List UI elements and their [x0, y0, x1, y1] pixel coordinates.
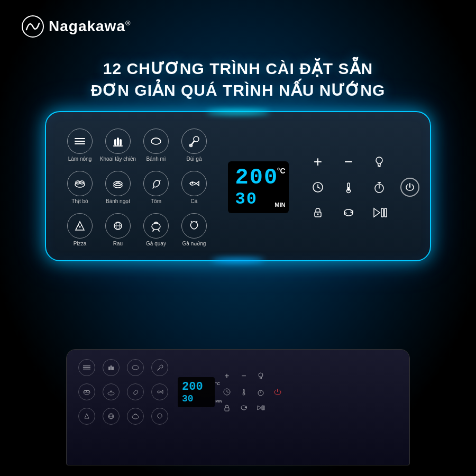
- svg-rect-73: [263, 406, 264, 410]
- svg-rect-1: [75, 138, 85, 139]
- icon-drumstick[interactable]: Đùi gà: [175, 124, 213, 166]
- rotate-button[interactable]: [339, 203, 358, 222]
- icon-fries-label: Khoai tây chiên: [100, 156, 136, 162]
- controls-row-2: [308, 178, 419, 197]
- icon-bread[interactable]: Bánh mì: [137, 124, 175, 166]
- plus-button[interactable]: +: [308, 152, 327, 171]
- svg-rect-45: [83, 365, 90, 367]
- icon-vegetables[interactable]: Rau: [99, 208, 137, 251]
- s-icon-2: [103, 359, 120, 376]
- svg-point-60: [132, 415, 139, 419]
- heading-line1: 12 CHƯƠNG TRÌNH CÀI ĐẶT SẴN: [0, 58, 476, 80]
- panel-wrapper: Làm nóng Khoai tây chiên Bánh mì Đùi gà: [45, 111, 431, 261]
- svg-rect-50: [112, 367, 114, 370]
- svg-rect-5: [117, 138, 119, 145]
- small-lcd-time: 30: [182, 393, 210, 404]
- timer-button[interactable]: [370, 178, 389, 197]
- play-pause-button[interactable]: [370, 203, 389, 222]
- icon-cake[interactable]: Bánh ngọt: [99, 166, 137, 208]
- s-plus: +: [221, 370, 233, 382]
- lock-button[interactable]: [308, 203, 327, 222]
- svg-rect-66: [243, 389, 244, 393]
- icon-drumstick-circle: [181, 129, 207, 154]
- svg-rect-7: [113, 145, 123, 147]
- svg-point-57: [108, 392, 114, 395]
- s-icon-9: [78, 408, 95, 425]
- small-icons-grid: [75, 356, 171, 428]
- icon-roast-chicken[interactable]: Gà quay: [137, 208, 175, 251]
- s-icon-1: [78, 359, 95, 376]
- food-icons-grid: Làm nóng Khoai tây chiên Bánh mì Đùi gà: [61, 124, 213, 251]
- svg-rect-72: [262, 406, 263, 410]
- svg-rect-70: [225, 408, 229, 411]
- svg-rect-48: [108, 367, 110, 370]
- s-clock: [221, 386, 233, 398]
- s-lock: [221, 402, 233, 414]
- svg-marker-42: [374, 208, 380, 217]
- svg-line-31: [318, 187, 320, 188]
- s-rotate: [238, 402, 250, 414]
- icon-vegetables-label: Rau: [113, 241, 123, 246]
- small-controls: + −: [221, 370, 283, 414]
- controls-row-3: [308, 203, 419, 222]
- icon-grilled-chicken-circle: [181, 213, 207, 239]
- clock-button[interactable]: [308, 178, 327, 197]
- small-appliance: 200 30 °C MIN + −: [66, 349, 410, 465]
- svg-point-26: [376, 157, 382, 163]
- s-icon-7: [127, 383, 144, 400]
- svg-point-17: [192, 182, 194, 184]
- control-panel: Làm nóng Khoai tây chiên Bánh mì Đùi gà: [45, 111, 431, 261]
- svg-point-41: [317, 214, 319, 215]
- brand-name: Nagakawa: [49, 18, 125, 35]
- appliance-area: 200 30 °C MIN + −: [53, 307, 423, 476]
- icon-fries[interactable]: Khoai tây chiên: [99, 124, 137, 166]
- icon-beef[interactable]: Thịt bò: [61, 166, 99, 208]
- icon-reheat[interactable]: Làm nóng: [61, 124, 99, 166]
- icon-grilled-chicken-label: Gà nướng: [182, 241, 206, 246]
- small-ctrl-row-3: [221, 402, 283, 414]
- small-min: MIN: [215, 399, 222, 403]
- svg-rect-6: [120, 139, 122, 145]
- small-ctrl-row-2: [221, 386, 283, 398]
- icon-beef-circle: [67, 171, 93, 196]
- svg-rect-47: [83, 369, 90, 370]
- icon-cake-label: Bánh ngọt: [106, 198, 130, 204]
- icon-cake-circle: [105, 171, 131, 196]
- svg-line-25: [158, 230, 159, 231]
- icon-drumstick-label: Đùi gà: [187, 156, 202, 162]
- icon-fries-circle: [105, 129, 131, 154]
- svg-point-61: [259, 373, 263, 377]
- svg-point-18: [79, 226, 81, 227]
- svg-marker-71: [258, 406, 261, 410]
- icon-beef-label: Thịt bò: [71, 198, 88, 204]
- minus-button[interactable]: −: [339, 152, 358, 171]
- icon-shrimp[interactable]: Tôm: [137, 166, 175, 208]
- s-icon-11: [127, 408, 144, 425]
- small-lcd-temp: 200: [182, 380, 210, 393]
- svg-point-20: [81, 225, 82, 226]
- logo-area: Nagakawa ®: [21, 15, 131, 38]
- s-icon-5: [78, 383, 95, 400]
- thermometer-button[interactable]: [339, 178, 358, 197]
- power-button[interactable]: [400, 178, 419, 197]
- s-playpause: [255, 402, 267, 414]
- icon-pizza[interactable]: Pizza: [61, 208, 99, 251]
- icon-bread-label: Bánh mì: [146, 156, 166, 162]
- s-icon-4: [151, 359, 168, 376]
- lcd-min-unit: MIN: [274, 202, 285, 208]
- icon-pizza-label: Pizza: [74, 241, 86, 246]
- heading-line2: ĐƠN GIẢN QUÁ TRÌNH NẤU NƯỚNG: [0, 80, 476, 102]
- small-panel-inner: 200 30 °C MIN + −: [67, 350, 409, 434]
- s-power: [272, 386, 283, 398]
- panel-glow-bottom: [212, 258, 264, 262]
- icon-grilled-chicken[interactable]: Gà nướng: [175, 208, 213, 251]
- s-icon-6: [103, 383, 120, 400]
- svg-rect-46: [83, 367, 90, 368]
- light-button[interactable]: [370, 152, 389, 171]
- small-lcd: 200 30 °C MIN: [178, 377, 215, 407]
- icon-fish[interactable]: Cá: [175, 166, 213, 208]
- icon-pizza-circle: [67, 213, 93, 239]
- icon-roast-chicken-circle: [143, 213, 169, 239]
- icon-roast-chicken-label: Gà quay: [146, 241, 166, 246]
- svg-point-51: [132, 365, 139, 370]
